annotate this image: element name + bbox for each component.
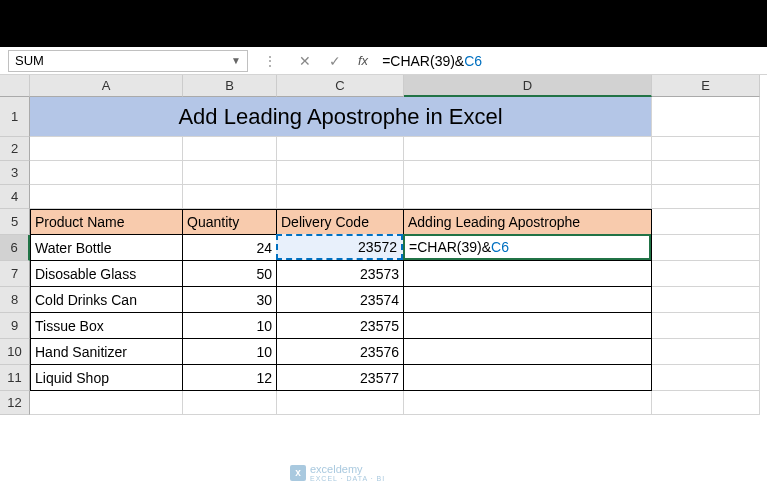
cell-result-3[interactable] — [404, 313, 652, 339]
cell-E4[interactable] — [652, 185, 760, 209]
column-headers: ABCDE — [30, 75, 760, 97]
cell-E2[interactable] — [652, 137, 760, 161]
header-qty[interactable]: Quantity — [183, 209, 277, 235]
cell-D2[interactable] — [404, 137, 652, 161]
formula-input[interactable]: =CHAR(39)&C6 — [378, 51, 759, 71]
divider: ⋮ — [252, 53, 288, 69]
col-header-E[interactable]: E — [652, 75, 760, 97]
cell-code-3[interactable]: 23575 — [277, 313, 404, 339]
title-cell[interactable]: Add Leading Apostrophe in Excel — [30, 97, 652, 137]
cell-product-0[interactable]: Water Bottle — [30, 235, 183, 261]
cell-qty-0[interactable]: 24 — [183, 235, 277, 261]
cell-C12[interactable] — [277, 391, 404, 415]
cell-code-1[interactable]: 23573 — [277, 261, 404, 287]
cell-result-1[interactable] — [404, 261, 652, 287]
watermark-icon: x — [290, 465, 306, 481]
enter-icon[interactable]: ✓ — [322, 50, 348, 72]
cell-D4[interactable] — [404, 185, 652, 209]
referenced-cell-C6[interactable]: 23572 — [276, 234, 403, 260]
header-code[interactable]: Delivery Code — [277, 209, 404, 235]
cell-C2[interactable] — [277, 137, 404, 161]
row-header-11[interactable]: 11 — [0, 365, 30, 391]
watermark-brand: exceldemy — [310, 463, 363, 475]
cell-B3[interactable] — [183, 161, 277, 185]
cell-result-5[interactable] — [404, 365, 652, 391]
cell-E3[interactable] — [652, 161, 760, 185]
cell-E7[interactable] — [652, 261, 760, 287]
cell-product-4[interactable]: Hand Sanitizer — [30, 339, 183, 365]
cell-code-2[interactable]: 23574 — [277, 287, 404, 313]
cell-qty-2[interactable]: 30 — [183, 287, 277, 313]
watermark: x exceldemy EXCEL · DATA · BI — [290, 463, 385, 482]
editing-cell-D6[interactable]: =CHAR(39)&C6 — [403, 234, 651, 260]
cell-B12[interactable] — [183, 391, 277, 415]
row-header-1[interactable]: 1 — [0, 97, 30, 137]
row-header-3[interactable]: 3 — [0, 161, 30, 185]
cell-qty-3[interactable]: 10 — [183, 313, 277, 339]
header-apostrophe[interactable]: Adding Leading Apostrophe — [404, 209, 652, 235]
cell-B2[interactable] — [183, 137, 277, 161]
row-header-2[interactable]: 2 — [0, 137, 30, 161]
name-box-value: SUM — [15, 53, 44, 68]
cell-qty-1[interactable]: 50 — [183, 261, 277, 287]
row-header-7[interactable]: 7 — [0, 261, 30, 287]
cell-result-2[interactable] — [404, 287, 652, 313]
row-header-12[interactable]: 12 — [0, 391, 30, 415]
row-headers: 123456789101112 — [0, 97, 30, 415]
col-header-C[interactable]: C — [277, 75, 404, 97]
cell-A2[interactable] — [30, 137, 183, 161]
watermark-tagline: EXCEL · DATA · BI — [310, 475, 385, 482]
col-header-B[interactable]: B — [183, 75, 277, 97]
row-header-5[interactable]: 5 — [0, 209, 30, 235]
cell-product-2[interactable]: Cold Drinks Can — [30, 287, 183, 313]
fx-icon[interactable]: fx — [352, 53, 374, 68]
cell-E8[interactable] — [652, 287, 760, 313]
cell-E6[interactable] — [652, 235, 760, 261]
select-all-corner[interactable] — [0, 75, 30, 97]
cell-C4[interactable] — [277, 185, 404, 209]
cell-qty-5[interactable]: 12 — [183, 365, 277, 391]
cell-E10[interactable] — [652, 339, 760, 365]
row-header-4[interactable]: 4 — [0, 185, 30, 209]
cell-D3[interactable] — [404, 161, 652, 185]
cell-product-5[interactable]: Liquid Shop — [30, 365, 183, 391]
cell-A4[interactable] — [30, 185, 183, 209]
cancel-icon[interactable]: ✕ — [292, 50, 318, 72]
row-header-10[interactable]: 10 — [0, 339, 30, 365]
cell-E5[interactable] — [652, 209, 760, 235]
cell-E9[interactable] — [652, 313, 760, 339]
col-header-D[interactable]: D — [404, 75, 652, 97]
header-product[interactable]: Product Name — [30, 209, 183, 235]
cell-qty-4[interactable]: 10 — [183, 339, 277, 365]
row-header-8[interactable]: 8 — [0, 287, 30, 313]
cell-result-4[interactable] — [404, 339, 652, 365]
cell-E11[interactable] — [652, 365, 760, 391]
cell-A12[interactable] — [30, 391, 183, 415]
cell-D12[interactable] — [404, 391, 652, 415]
cell-product-1[interactable]: Disosable Glass — [30, 261, 183, 287]
cell-code-5[interactable]: 23577 — [277, 365, 404, 391]
name-box[interactable]: SUM ▼ — [8, 50, 248, 72]
row-header-6[interactable]: 6 — [0, 235, 30, 261]
cell-C3[interactable] — [277, 161, 404, 185]
formula-bar: SUM ▼ ⋮ ✕ ✓ fx =CHAR(39)&C6 — [0, 47, 767, 75]
row-header-9[interactable]: 9 — [0, 313, 30, 339]
cell-product-3[interactable]: Tissue Box — [30, 313, 183, 339]
cell-E12[interactable] — [652, 391, 760, 415]
chevron-down-icon[interactable]: ▼ — [231, 55, 241, 66]
cell-E1[interactable] — [652, 97, 760, 137]
cell-code-4[interactable]: 23576 — [277, 339, 404, 365]
cell-A3[interactable] — [30, 161, 183, 185]
col-header-A[interactable]: A — [30, 75, 183, 97]
cell-B4[interactable] — [183, 185, 277, 209]
formula-text: =CHAR(39)& — [382, 53, 464, 69]
formula-ref: C6 — [464, 53, 482, 69]
